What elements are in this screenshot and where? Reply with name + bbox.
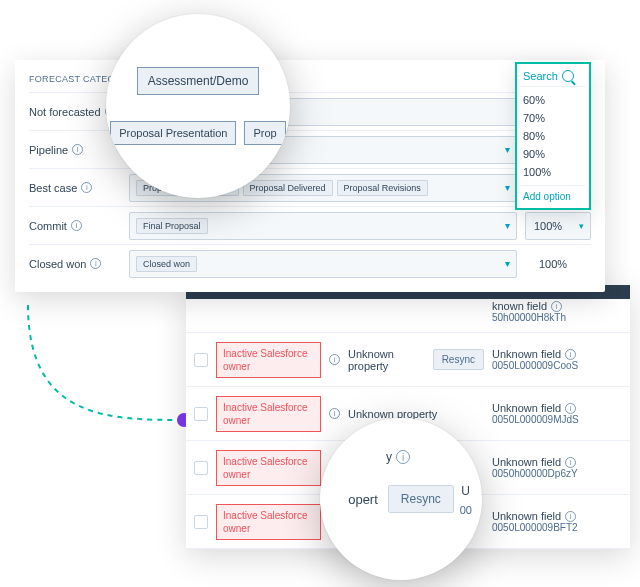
chip[interactable]: Prop bbox=[244, 121, 285, 145]
row-best-case: Best casei Proposal Presentation Proposa… bbox=[29, 168, 591, 206]
chevron-down-icon: ▾ bbox=[505, 220, 510, 231]
field-col: Unknown fieldi 0050L000009CooS bbox=[492, 348, 622, 371]
field-id: 0050L000009CooS bbox=[492, 360, 622, 371]
field-col: known fieldi 50h00000H8kTh bbox=[492, 300, 622, 323]
field-id: 0050L000009BFT2 bbox=[492, 522, 622, 533]
dropdown-add-option[interactable]: Add option bbox=[521, 185, 585, 204]
search-placeholder: Search bbox=[523, 70, 558, 82]
search-icon bbox=[562, 70, 574, 82]
field-id: 0050L000009MJdS bbox=[492, 414, 622, 425]
field-col: Unknown fieldi 0050L000009MJdS bbox=[492, 402, 622, 425]
dropdown-item[interactable]: 90% bbox=[521, 145, 585, 163]
field-label: Unknown field bbox=[492, 456, 561, 468]
magnify-bottom: y i opert Resync U 00 bbox=[320, 418, 482, 580]
row-pct-select[interactable]: 100%▾ bbox=[525, 212, 591, 240]
row-commit: Commiti Final Proposal ▾ 100%▾ bbox=[29, 206, 591, 244]
fragment-text: y bbox=[386, 450, 392, 464]
row-label: Closed woni bbox=[29, 258, 129, 270]
info-icon[interactable]: i bbox=[71, 220, 82, 231]
fragment-text: 00 bbox=[460, 504, 472, 516]
resync-button[interactable]: Resync bbox=[388, 485, 454, 513]
info-icon[interactable]: i bbox=[565, 349, 576, 360]
info-icon[interactable]: i bbox=[396, 450, 410, 464]
row-field[interactable]: Final Proposal ▾ bbox=[129, 212, 517, 240]
property-col: Unknown property Resync bbox=[348, 348, 484, 372]
chevron-down-icon: ▾ bbox=[505, 182, 510, 193]
fragment-text: U bbox=[461, 484, 470, 498]
chevron-down-icon: ▾ bbox=[505, 144, 510, 155]
info-icon[interactable]: i bbox=[329, 408, 340, 419]
info-icon[interactable]: i bbox=[72, 144, 83, 155]
table-row: known fieldi 50h00000H8kTh bbox=[186, 299, 630, 333]
row-checkbox[interactable] bbox=[194, 461, 208, 475]
magnify-top: Assessment/Demo Proposal Presentation Pr… bbox=[106, 14, 290, 198]
info-icon[interactable]: i bbox=[81, 182, 92, 193]
field-col: Unknown fieldi 0050L000009BFT2 bbox=[492, 510, 622, 533]
row-closed-won: Closed woni Closed won ▾ 100% bbox=[29, 244, 591, 282]
table-row: Inactive Salesforce owner i Unknown prop… bbox=[186, 333, 630, 387]
chip[interactable]: Proposal Presentation bbox=[110, 121, 236, 145]
row-label: Commiti bbox=[29, 220, 129, 232]
chevron-down-icon: ▾ bbox=[505, 258, 510, 269]
chip-large[interactable]: Assessment/Demo bbox=[137, 67, 260, 95]
dropdown-item[interactable]: 80% bbox=[521, 127, 585, 145]
row-label: Best casei bbox=[29, 182, 129, 194]
dropdown-item[interactable]: 100% bbox=[521, 163, 585, 181]
field-label: Unknown field bbox=[492, 510, 561, 522]
info-icon[interactable]: i bbox=[551, 301, 562, 312]
resync-button[interactable]: Resync bbox=[433, 349, 484, 370]
field-id: 50h00000H8kTh bbox=[492, 312, 622, 323]
row-checkbox[interactable] bbox=[194, 407, 208, 421]
dropdown-item[interactable]: 60% bbox=[521, 91, 585, 109]
fragment-text: opert bbox=[348, 492, 378, 507]
info-icon[interactable]: i bbox=[90, 258, 101, 269]
property-label: Unknown property bbox=[348, 348, 427, 372]
dropdown-item[interactable]: 70% bbox=[521, 109, 585, 127]
row-checkbox[interactable] bbox=[194, 353, 208, 367]
inactive-owner-badge: Inactive Salesforce owner bbox=[216, 396, 321, 432]
chip[interactable]: Final Proposal bbox=[136, 218, 208, 234]
info-icon[interactable]: i bbox=[329, 354, 340, 365]
field-label: Unknown field bbox=[492, 402, 561, 414]
inactive-owner-badge: Inactive Salesforce owner bbox=[216, 342, 321, 378]
info-icon[interactable]: i bbox=[565, 511, 576, 522]
row-checkbox[interactable] bbox=[194, 515, 208, 529]
chip[interactable]: Proposal Delivered bbox=[243, 180, 333, 196]
field-label: Unknown field bbox=[492, 348, 561, 360]
info-icon[interactable]: i bbox=[565, 403, 576, 414]
property-col: Unknown property bbox=[348, 408, 484, 420]
row-field[interactable]: Closed won ▾ bbox=[129, 250, 517, 278]
chip[interactable]: Proposal Revisions bbox=[337, 180, 428, 196]
inactive-owner-badge: Inactive Salesforce owner bbox=[216, 504, 321, 540]
field-label: known field bbox=[492, 300, 547, 312]
chip[interactable]: Closed won bbox=[136, 256, 197, 272]
dropdown-search[interactable]: Search bbox=[521, 68, 585, 87]
field-id: 0050h00000Dp6zY bbox=[492, 468, 622, 479]
row-pct: 100% bbox=[525, 258, 591, 270]
percent-dropdown: Search 60% 70% 80% 90% 100% Add option bbox=[515, 62, 591, 210]
chevron-down-icon: ▾ bbox=[579, 221, 584, 231]
inactive-owner-badge: Inactive Salesforce owner bbox=[216, 450, 321, 486]
field-col: Unknown fieldi 0050h00000Dp6zY bbox=[492, 456, 622, 479]
forecast-panel: FORECAST CATEGORY Not forecastedi Pipeli… bbox=[15, 60, 605, 292]
info-icon[interactable]: i bbox=[565, 457, 576, 468]
